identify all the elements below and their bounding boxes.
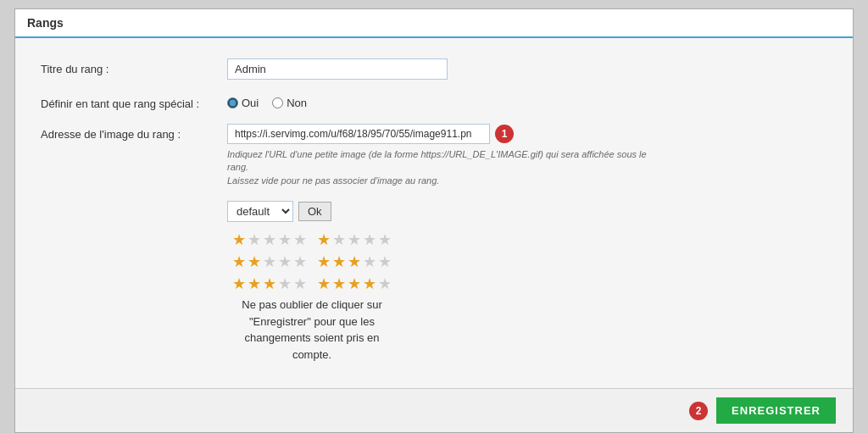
star-1-8: ★	[348, 230, 361, 249]
star-1-2: ★	[248, 230, 261, 249]
stars-container: ★ ★ ★ ★ ★ ★ ★ ★ ★ ★ ★ ★ ★ ★	[227, 230, 397, 363]
enregistrer-button[interactable]: ENREGISTRER	[716, 397, 836, 424]
image-label: Adresse de l'image du rang :	[41, 124, 227, 141]
theme-select[interactable]: default theme1 theme2	[227, 201, 293, 222]
radio-non[interactable]	[272, 97, 283, 108]
image-url-input[interactable]	[227, 124, 490, 144]
titre-row: Titre du rang :	[41, 58, 827, 80]
star-2-10: ★	[378, 253, 392, 271]
star-1-10: ★	[378, 230, 392, 249]
badge-2: 2	[689, 402, 708, 420]
star-3-2: ★	[248, 275, 261, 293]
special-row: Définir en tant que rang spécial : Oui N…	[41, 93, 827, 110]
star-3-5: ★	[293, 275, 307, 293]
hint-line2: Laissez vide pour ne pas associer d'imag…	[227, 175, 439, 186]
titre-field	[227, 58, 827, 80]
reminder-text: Ne pas oublier de cliquer sur "Enregistr…	[227, 297, 397, 363]
radio-group: Oui Non	[227, 93, 827, 109]
star-3-10: ★	[378, 275, 392, 293]
star-3-7: ★	[332, 275, 346, 293]
stars-row-3: ★ ★ ★ ★ ★ ★ ★ ★ ★ ★	[232, 275, 391, 293]
star-2-9: ★	[363, 253, 376, 271]
radio-oui[interactable]	[227, 97, 238, 108]
stars-section: default theme1 theme2 Ok ★ ★ ★ ★ ★ ★ ★	[227, 201, 827, 373]
image-field: 1 Indiquez l'URL d'une petite image (de …	[227, 124, 827, 187]
titre-label: Titre du rang :	[41, 58, 227, 75]
image-url-wrapper: 1	[227, 124, 514, 144]
star-2-6: ★	[317, 253, 331, 271]
special-label: Définir en tant que rang spécial :	[41, 93, 227, 110]
star-3-9: ★	[363, 275, 376, 293]
star-2-7: ★	[332, 253, 346, 271]
radio-non-text: Non	[287, 97, 307, 109]
footer-bar: 2 ENREGISTRER	[15, 388, 853, 432]
star-2-3: ★	[263, 253, 276, 271]
star-3-8: ★	[348, 275, 361, 293]
star-2-8: ★	[348, 253, 361, 271]
image-row: Adresse de l'image du rang : 1 Indiquez …	[41, 124, 827, 187]
radio-oui-text: Oui	[242, 97, 259, 109]
ok-button[interactable]: Ok	[298, 202, 331, 221]
hint-line1: Indiquez l'URL d'une petite image (de la…	[227, 149, 647, 172]
star-1-7: ★	[332, 230, 346, 249]
star-2-4: ★	[278, 253, 292, 271]
star-2-2: ★	[248, 253, 261, 271]
radio-non-label[interactable]: Non	[272, 97, 307, 109]
stars-row-2: ★ ★ ★ ★ ★ ★ ★ ★ ★ ★	[232, 253, 391, 271]
star-1-4: ★	[278, 230, 292, 249]
stars-row-1: ★ ★ ★ ★ ★ ★ ★ ★ ★ ★	[232, 230, 391, 249]
star-3-1: ★	[232, 275, 246, 293]
hint-text: Indiquez l'URL d'une petite image (de la…	[227, 148, 651, 187]
star-3-3: ★	[263, 275, 276, 293]
star-2-5: ★	[293, 253, 307, 271]
star-2-1: ★	[232, 253, 246, 271]
star-1-5: ★	[293, 230, 307, 249]
window-content: Titre du rang : Définir en tant que rang…	[15, 38, 853, 432]
star-1-9: ★	[363, 230, 376, 249]
window-title: Rangs	[15, 9, 853, 38]
special-field: Oui Non	[227, 93, 827, 109]
main-window: Rangs Titre du rang : Définir en tant qu…	[14, 8, 854, 433]
titre-input[interactable]	[227, 58, 448, 80]
select-ok-row: default theme1 theme2 Ok	[227, 201, 331, 222]
star-3-6: ★	[317, 275, 331, 293]
star-1-6: ★	[317, 230, 331, 249]
radio-oui-label[interactable]: Oui	[227, 97, 259, 109]
badge-1: 1	[495, 125, 514, 143]
star-3-4: ★	[278, 275, 292, 293]
star-1-1: ★	[232, 230, 246, 249]
star-1-3: ★	[263, 230, 276, 249]
